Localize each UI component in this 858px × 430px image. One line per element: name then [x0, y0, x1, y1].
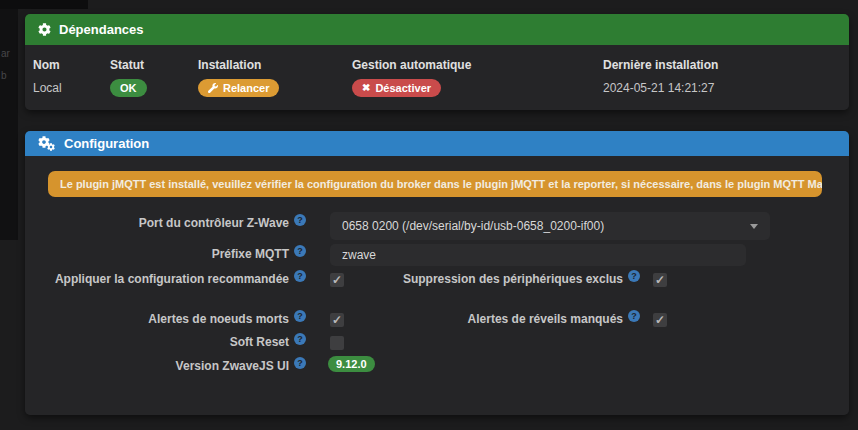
recommended-config-checkbox[interactable]: [330, 273, 344, 287]
disable-auto-management-button[interactable]: ✖ Désactiver: [352, 79, 441, 97]
status-ok-badge: OK: [110, 79, 147, 97]
plugin-configuration-page: ar b Dépendances Nom Statut Installation…: [0, 0, 858, 430]
help-icon[interactable]: ?: [294, 270, 306, 282]
mqtt-prefix-input[interactable]: [330, 244, 746, 266]
missed-wakeup-alerts-label: Alertes de réveils manqués: [468, 312, 623, 326]
configuration-panel: Configuration Le plugin jMQTT est instal…: [25, 131, 849, 415]
disable-button-label: Désactiver: [375, 83, 431, 94]
status-ok-label: OK: [120, 83, 137, 94]
zwavejs-ui-version-badge: 9.12.0: [328, 356, 375, 372]
dep-col-status: Statut: [110, 58, 144, 72]
remove-excluded-label: Suppression des périphériques exclus: [403, 272, 623, 286]
dependencies-panel: Dépendances Nom Statut Installation Gest…: [25, 14, 849, 110]
background-top-block: [0, 0, 88, 9]
mqtt-prefix-label: Préfixe MQTT: [212, 247, 289, 261]
configuration-panel-title: Configuration: [64, 136, 149, 151]
recommended-config-label: Appliquer la configuration recommandée: [55, 272, 289, 286]
dep-row-name: Local: [33, 81, 62, 95]
dependencies-panel-title: Dépendances: [59, 22, 144, 37]
wrench-icon: [208, 83, 218, 93]
port-label: Port du contrôleur Z-Wave: [139, 216, 289, 230]
soft-reset-label-row: Soft Reset ?: [45, 335, 306, 349]
relaunch-button-label: Relancer: [223, 83, 269, 94]
help-icon[interactable]: ?: [294, 214, 306, 226]
dep-col-name: Nom: [33, 58, 60, 72]
background-text-fragment: b: [1, 70, 7, 81]
zwavejs-ui-version-label: Version ZwaveJS UI: [176, 359, 289, 373]
mqtt-prefix-label-row: Préfixe MQTT ?: [45, 247, 306, 261]
dependencies-panel-body: Nom Statut Installation Gestion automati…: [25, 45, 849, 110]
jmqtt-warning-alert: Le plugin jMQTT est installé, veuillez v…: [48, 171, 822, 197]
help-icon[interactable]: ?: [294, 357, 306, 369]
close-icon: ✖: [362, 83, 370, 93]
cogs-icon: [38, 136, 56, 151]
help-icon[interactable]: ?: [628, 270, 640, 282]
port-label-row: Port du contrôleur Z-Wave ?: [45, 216, 306, 230]
dep-col-installation: Installation: [198, 58, 261, 72]
dead-node-alerts-checkbox[interactable]: [330, 313, 344, 327]
gear-icon: [38, 23, 51, 36]
zwavejs-ui-version-label-row: Version ZwaveJS UI ?: [45, 359, 306, 373]
background-text-fragment: ar: [1, 48, 10, 59]
relaunch-dependencies-button[interactable]: Relancer: [198, 79, 279, 97]
configuration-panel-header: Configuration: [25, 131, 849, 156]
configuration-panel-body: Le plugin jMQTT est installé, veuillez v…: [25, 156, 849, 415]
chevron-down-icon: [750, 224, 758, 229]
dead-node-alerts-label: Alertes de noeuds morts: [148, 312, 289, 326]
dep-row-last-install: 2024-05-21 14:21:27: [603, 81, 714, 95]
soft-reset-checkbox[interactable]: [330, 336, 344, 350]
remove-excluded-checkbox[interactable]: [653, 273, 667, 287]
dep-col-auto-management: Gestion automatique: [352, 58, 471, 72]
help-icon[interactable]: ?: [294, 310, 306, 322]
missed-wakeup-alerts-checkbox[interactable]: [653, 313, 667, 327]
zwave-port-selected-option: 0658 0200 (/dev/serial/by-id/usb-0658_02…: [342, 219, 604, 233]
missed-wakeup-alerts-label-row: Alertes de réveils manqués ?: [380, 312, 640, 326]
dependencies-panel-header: Dépendances: [25, 14, 849, 45]
help-icon[interactable]: ?: [628, 310, 640, 322]
background-left-strip: [0, 0, 18, 240]
zwave-port-select[interactable]: 0658 0200 (/dev/serial/by-id/usb-0658_02…: [330, 212, 770, 240]
help-icon[interactable]: ?: [294, 333, 306, 345]
dep-col-last-install: Dernière installation: [603, 58, 718, 72]
help-icon[interactable]: ?: [294, 245, 306, 257]
soft-reset-label: Soft Reset: [230, 335, 289, 349]
recommended-config-label-row: Appliquer la configuration recommandée ?: [45, 272, 306, 286]
dead-node-alerts-label-row: Alertes de noeuds morts ?: [45, 312, 306, 326]
remove-excluded-label-row: Suppression des périphériques exclus ?: [380, 272, 640, 286]
